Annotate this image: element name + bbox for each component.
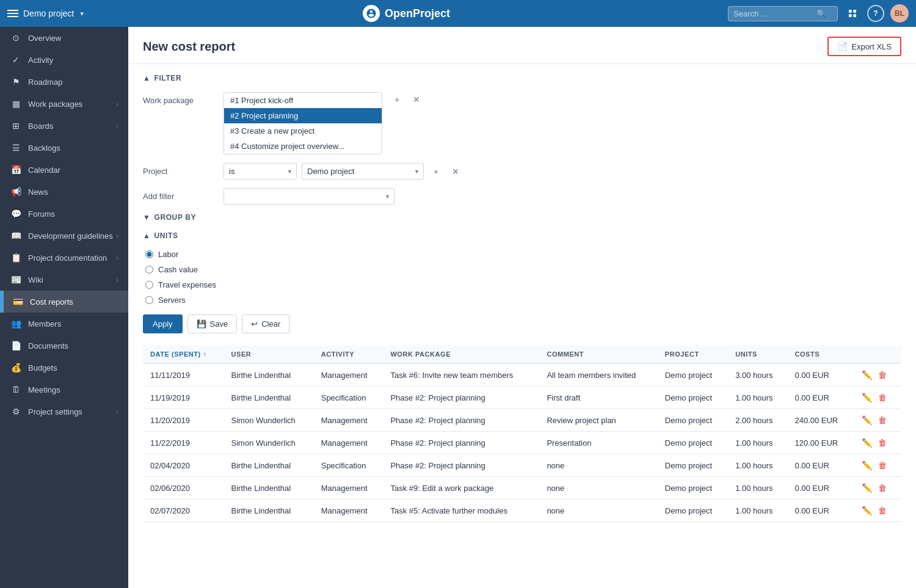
grid-icon[interactable] (844, 5, 861, 22)
sidebar-item-news[interactable]: 📢 News (0, 181, 128, 203)
project-add-button[interactable]: + (429, 164, 443, 179)
delete-button-3[interactable]: 🗑 (877, 437, 888, 449)
unit-option-servers[interactable]: Servers (145, 296, 901, 305)
cell-user-1[interactable]: Birthe Lindenthal (224, 387, 314, 409)
project-remove-button[interactable]: ✕ (448, 164, 463, 179)
cell-project-6[interactable]: Demo project (658, 499, 728, 522)
sidebar-item-roadmap[interactable]: ⚑ Roadmap (0, 71, 128, 93)
cell-user-6[interactable]: Birthe Lindenthal (224, 499, 314, 522)
wp-remove-button[interactable]: ✕ (409, 92, 424, 107)
wp-option-1[interactable]: #1 Project kick-off (224, 93, 382, 108)
edit-button-0[interactable]: ✏️ (860, 369, 873, 381)
cell-user-3[interactable]: Simon Wunderlich (224, 432, 314, 454)
cell-project-1[interactable]: Demo project (658, 387, 728, 409)
delete-button-4[interactable]: 🗑 (877, 459, 888, 471)
delete-button-2[interactable]: 🗑 (877, 414, 888, 426)
edit-button-1[interactable]: ✏️ (860, 391, 873, 404)
cell-work_package-0[interactable]: Task #6: Invite new team members (383, 363, 539, 387)
sidebar-item-overview[interactable]: ⊙ Overview (0, 27, 128, 49)
search-box[interactable]: 🔍 (728, 6, 838, 21)
sidebar-item-boards[interactable]: ⊞ Boards › (0, 115, 128, 137)
cell-work_package-1[interactable]: Phase #2: Project planning (383, 387, 539, 409)
sidebar-item-members[interactable]: 👥 Members (0, 313, 128, 335)
project-value-wrapper[interactable]: Demo project (302, 163, 424, 180)
work-package-dropdown[interactable]: #1 Project kick-off#2 Project planning#3… (224, 92, 382, 154)
cell-work_package-2[interactable]: Phase #2: Project planning (383, 409, 539, 432)
col-header-user[interactable]: USER (224, 346, 314, 363)
sidebar-item-project-settings[interactable]: ⚙ Project settings › (0, 401, 128, 423)
unit-radio-labor[interactable] (145, 250, 153, 258)
sidebar-item-documents[interactable]: 📄 Documents (0, 335, 128, 357)
edit-button-3[interactable]: ✏️ (860, 437, 873, 449)
units-header[interactable]: ▲ UNITS (143, 231, 901, 240)
col-header-activity[interactable]: ACTIVITY (314, 346, 383, 363)
edit-button-6[interactable]: ✏️ (860, 504, 873, 517)
help-icon[interactable]: ? (867, 5, 884, 22)
sidebar-item-project-doc[interactable]: 📋 Project documentation › (0, 247, 128, 269)
sidebar-item-cost-reports[interactable]: 💳 Cost reports (0, 291, 128, 313)
hamburger-menu[interactable] (7, 10, 18, 17)
unit-option-travel-expenses[interactable]: Travel expenses (145, 280, 901, 289)
cell-work_package-4[interactable]: Phase #2: Project planning (383, 454, 539, 477)
edit-button-4[interactable]: ✏️ (860, 459, 873, 471)
cell-work_package-3[interactable]: Phase #2: Project planning (383, 432, 539, 454)
save-button[interactable]: 💾 Save (187, 314, 238, 333)
filter-section-header[interactable]: ▲ FILTER (143, 74, 901, 82)
col-header-comment[interactable]: COMMENT (539, 346, 657, 363)
sidebar-item-forums[interactable]: 💬 Forums (0, 203, 128, 225)
sidebar-item-dev-guidelines[interactable]: 📖 Development guidelines › (0, 225, 128, 247)
wp-option-4[interactable]: #4 Customize project overview... (224, 139, 382, 154)
cell-user-2[interactable]: Simon Wunderlich (224, 409, 314, 432)
delete-button-6[interactable]: 🗑 (877, 504, 888, 517)
project-dropdown-arrow[interactable]: ▼ (79, 10, 85, 17)
project-value-select[interactable]: Demo project (302, 163, 424, 180)
clear-button[interactable]: ↩ Clear (242, 314, 289, 333)
wp-add-button[interactable]: + (390, 92, 404, 107)
unit-radio-travel-expenses[interactable] (145, 281, 153, 289)
cell-project-3[interactable]: Demo project (658, 432, 728, 454)
cell-project-0[interactable]: Demo project (658, 363, 728, 387)
col-header-project[interactable]: PROJECT (658, 346, 728, 363)
cell-work_package-6[interactable]: Task #5: Activate further modules (383, 499, 539, 522)
add-filter-wrapper[interactable] (224, 188, 394, 205)
sidebar-item-meetings[interactable]: 🗓 Meetings (0, 379, 128, 401)
edit-button-5[interactable]: ✏️ (860, 482, 873, 494)
edit-button-2[interactable]: ✏️ (860, 414, 873, 426)
unit-option-labor[interactable]: Labor (145, 250, 901, 259)
delete-button-0[interactable]: 🗑 (877, 369, 888, 381)
wp-options-list[interactable]: #1 Project kick-off#2 Project planning#3… (224, 92, 382, 154)
sidebar-item-activity[interactable]: ✓ Activity (0, 49, 128, 71)
sidebar-item-budgets[interactable]: 💰 Budgets (0, 357, 128, 379)
sidebar-item-work-packages[interactable]: ▦ Work packages › (0, 93, 128, 115)
cell-user-5[interactable]: Birthe Lindenthal (224, 477, 314, 499)
group-by-header[interactable]: ▼ GROUP BY (143, 213, 901, 222)
unit-radio-servers[interactable] (145, 296, 153, 304)
user-avatar[interactable]: BL (890, 4, 909, 23)
sidebar-item-wiki[interactable]: 📰 Wiki › (0, 269, 128, 291)
unit-option-cash-value[interactable]: Cash value (145, 265, 901, 274)
search-input[interactable] (733, 9, 813, 18)
add-filter-select[interactable] (224, 188, 394, 205)
delete-button-5[interactable]: 🗑 (877, 482, 888, 494)
cell-user-0[interactable]: Birthe Lindenthal (224, 363, 314, 387)
project-operator-select[interactable]: is is not (224, 163, 297, 180)
export-xls-button[interactable]: 📄 Export XLS (827, 37, 901, 56)
col-header-date[interactable]: DATE (SPENT) ↑ (143, 346, 224, 363)
cell-project-2[interactable]: Demo project (658, 409, 728, 432)
sidebar-item-calendar[interactable]: 📅 Calendar (0, 159, 128, 181)
project-name[interactable]: Demo project (23, 9, 74, 18)
cell-project-5[interactable]: Demo project (658, 477, 728, 499)
cell-user-4[interactable]: Birthe Lindenthal (224, 454, 314, 477)
cell-work_package-5[interactable]: Task #9: Edit a work package (383, 477, 539, 499)
wp-option-3[interactable]: #3 Create a new project (224, 123, 382, 139)
delete-button-1[interactable]: 🗑 (877, 391, 888, 404)
project-operator-wrapper[interactable]: is is not (224, 163, 297, 180)
sidebar-item-backlogs[interactable]: ☰ Backlogs (0, 137, 128, 159)
apply-button[interactable]: Apply (143, 314, 183, 333)
project-selector[interactable]: Demo project ▼ (7, 9, 85, 18)
col-header-units[interactable]: UNITS (728, 346, 787, 363)
cell-project-4[interactable]: Demo project (658, 454, 728, 477)
col-header-costs[interactable]: COSTS (787, 346, 853, 363)
unit-radio-cash-value[interactable] (145, 266, 153, 274)
col-header-work_package[interactable]: WORK PACKAGE (383, 346, 539, 363)
